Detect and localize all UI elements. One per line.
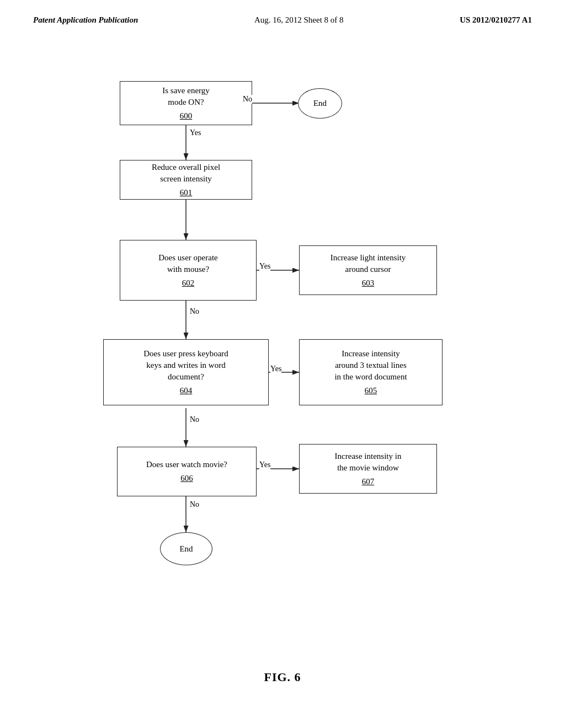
node-603-ref: 603	[362, 277, 375, 289]
node-601: Reduce overall pixelscreen intensity 601	[120, 160, 252, 200]
node-605-ref: 605	[365, 385, 377, 397]
node-600: Is save energy mode ON? 600	[120, 81, 252, 125]
label-no-602: No	[190, 307, 199, 316]
node-607-label: Increase intensity inthe movie window	[335, 451, 402, 474]
label-no-600: No	[243, 95, 252, 104]
node-601-ref: 601	[180, 187, 193, 199]
fig-caption: FIG. 6	[0, 670, 565, 684]
page-header: Patent Application Publication Aug. 16, …	[0, 0, 565, 25]
node-602-ref: 602	[182, 277, 195, 289]
node-end-bottom: End	[160, 532, 212, 565]
node-604-ref: 604	[180, 385, 193, 397]
label-yes-604: Yes	[270, 365, 281, 373]
header-left: Patent Application Publication	[33, 15, 138, 25]
node-606: Does user watch movie? 606	[117, 447, 257, 496]
node-600-label: Is save energy mode ON?	[162, 85, 210, 108]
label-no-606: No	[190, 500, 199, 509]
node-604: Does user press keyboardkeys and writes …	[103, 339, 269, 405]
label-yes-600: Yes	[190, 129, 201, 137]
node-607-ref: 607	[362, 476, 375, 488]
node-602-label: Does user operatewith mouse?	[158, 252, 217, 275]
label-yes-602: Yes	[259, 262, 270, 271]
header-right: US 2012/0210277 A1	[460, 15, 532, 25]
node-606-label: Does user watch movie?	[146, 459, 227, 470]
label-yes-606: Yes	[259, 461, 270, 469]
node-601-label: Reduce overall pixelscreen intensity	[152, 162, 220, 185]
node-604-label: Does user press keyboardkeys and writes …	[143, 348, 228, 383]
node-605: Increase intensityaround 3 textual lines…	[299, 339, 443, 405]
label-no-604: No	[190, 415, 199, 424]
header-center: Aug. 16, 2012 Sheet 8 of 8	[254, 15, 344, 25]
node-end-top-label: End	[313, 99, 327, 108]
node-603-label: Increase light intensityaround cursor	[331, 252, 406, 275]
node-607: Increase intensity inthe movie window 60…	[299, 444, 437, 494]
node-605-label: Increase intensityaround 3 textual lines…	[334, 348, 407, 383]
node-600-ref: 600	[180, 110, 193, 122]
node-end-bottom-label: End	[179, 544, 193, 554]
node-603: Increase light intensityaround cursor 60…	[299, 245, 437, 295]
node-606-ref: 606	[180, 473, 193, 484]
node-602: Does user operatewith mouse? 602	[120, 240, 257, 301]
flowchart-diagram: Is save energy mode ON? 600 No End Yes R…	[67, 58, 498, 654]
node-end-top: End	[298, 88, 342, 119]
